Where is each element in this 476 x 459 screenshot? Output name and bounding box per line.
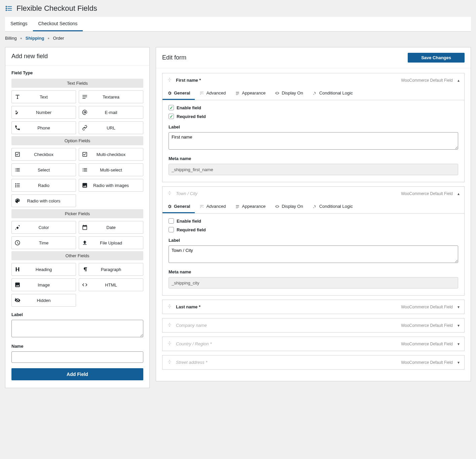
field-type-multi-select[interactable]: Multi-select	[79, 163, 143, 176]
field-row-header[interactable]: First name * WooCommerce Default Field ▴	[162, 73, 464, 87]
field-type-color[interactable]: Color	[11, 221, 76, 234]
field-tab-display-on[interactable]: Display On	[270, 200, 308, 213]
date-icon	[79, 224, 90, 230]
expand-toggle-icon[interactable]: ▴	[457, 191, 460, 196]
field-type-multi-checkbox[interactable]: Multi-checkbox	[79, 148, 143, 161]
label-input[interactable]: Town / City	[169, 245, 458, 263]
field-type-label: Heading	[23, 267, 76, 272]
name-input[interactable]	[11, 351, 143, 363]
field-type-number[interactable]: Number	[11, 106, 76, 119]
required-field-checkbox[interactable]	[169, 114, 174, 119]
svg-rect-5	[7, 10, 12, 11]
expand-toggle-icon[interactable]: ▴	[457, 78, 460, 83]
enable-field-checkbox[interactable]	[169, 218, 174, 224]
field-tab-label: Advanced	[206, 90, 226, 95]
default-field-tag: WooCommerce Default Field	[401, 191, 453, 196]
field-tab-appearance[interactable]: Appearance	[230, 200, 270, 213]
enable-field-checkbox[interactable]	[169, 105, 174, 110]
subtab-shipping[interactable]: Shipping	[26, 36, 44, 41]
field-row-header[interactable]: Country / Region * WooCommerce Default F…	[162, 337, 464, 351]
field-type-html[interactable]: HTML	[79, 278, 143, 291]
field-tab-conditional-logic[interactable]: Conditional Logic	[308, 200, 358, 213]
field-tab-label: General	[174, 90, 190, 95]
enable-field-label: Enable field	[177, 105, 201, 110]
field-type-paragraph[interactable]: Paragraph	[79, 263, 143, 276]
page-header: Flexible Checkout Fields	[0, 0, 476, 17]
required-field-checkbox[interactable]	[169, 227, 174, 232]
field-tab-general[interactable]: General	[162, 200, 195, 213]
subtab-billing[interactable]: Billing	[5, 36, 17, 41]
field-type-e-mail[interactable]: E-mail	[79, 106, 143, 119]
field-type-textarea[interactable]: Textarea	[79, 90, 143, 103]
field-tab-label: Conditional Logic	[319, 204, 353, 209]
field-row-header[interactable]: Company name WooCommerce Default Field ▾	[162, 318, 464, 332]
tab-settings[interactable]: Settings	[5, 17, 33, 31]
field-tab-advanced[interactable]: Advanced	[195, 87, 230, 100]
phone-icon	[12, 125, 23, 131]
expand-toggle-icon[interactable]: ▾	[457, 323, 460, 328]
field-type-file-upload[interactable]: File Upload	[79, 236, 143, 249]
field-type-select[interactable]: Select	[11, 163, 76, 176]
field-tab-display-on[interactable]: Display On	[270, 87, 308, 100]
label-input[interactable]: First name	[169, 132, 458, 150]
field-type-checkbox[interactable]: Checkbox	[11, 148, 76, 161]
field-type-text[interactable]: Text	[11, 90, 76, 103]
drag-handle-icon[interactable]	[167, 341, 172, 347]
save-changes-button[interactable]: Save Changes	[408, 53, 465, 63]
field-type-url[interactable]: URL	[79, 121, 143, 134]
paragraph-icon	[79, 266, 90, 272]
meta-name-label: Meta name	[169, 269, 458, 274]
name-field-label: Name	[11, 344, 143, 349]
drag-handle-icon[interactable]	[167, 322, 172, 328]
drag-handle-icon[interactable]	[167, 304, 172, 310]
field-tab-advanced[interactable]: Advanced	[195, 200, 230, 213]
field-type-label: E-mail	[90, 110, 143, 115]
drag-handle-icon[interactable]	[167, 359, 172, 365]
svg-rect-2	[6, 8, 7, 9]
expand-toggle-icon[interactable]: ▾	[457, 342, 460, 346]
field-tab-label: Appearance	[242, 90, 265, 95]
field-type-date[interactable]: Date	[79, 221, 143, 234]
tab-checkout-sections[interactable]: Checkout Sections	[33, 17, 83, 31]
field-type-label: Multi-checkbox	[90, 152, 143, 157]
field-type-label: Image	[23, 282, 76, 288]
field-type-radio[interactable]: Radio	[11, 179, 76, 192]
radiocol-icon	[12, 198, 23, 204]
field-tab-appearance[interactable]: Appearance	[230, 87, 270, 100]
drag-handle-icon[interactable]	[167, 191, 172, 196]
field-type-label: Select	[23, 167, 76, 173]
field-type-time[interactable]: Time	[11, 236, 76, 249]
field-type-phone[interactable]: Phone	[11, 121, 76, 134]
number-icon	[12, 109, 23, 115]
color-icon	[12, 224, 23, 230]
add-field-button[interactable]: Add Field	[11, 368, 143, 380]
radioimg-icon	[79, 182, 90, 188]
field-type-radio-with-colors[interactable]: Radio with colors	[11, 194, 76, 207]
expand-toggle-icon[interactable]: ▾	[457, 305, 460, 309]
expand-toggle-icon[interactable]: ▾	[457, 360, 460, 365]
field-tab-general[interactable]: General	[162, 87, 195, 100]
field-type-heading[interactable]: Heading	[11, 263, 76, 276]
subtab-order[interactable]: Order	[53, 36, 64, 41]
meta-name-input	[169, 164, 458, 175]
field-row-header[interactable]: Town / City WooCommerce Default Field ▴	[162, 187, 464, 200]
field-row: Town / City WooCommerce Default Field ▴ …	[162, 186, 465, 296]
field-row: First name * WooCommerce Default Field ▴…	[162, 73, 465, 182]
required-field-label: Required field	[177, 114, 206, 119]
add-new-field-panel: Add new field Field Type Text FieldsText…	[5, 47, 150, 388]
field-type-radio-with-images[interactable]: Radio with images	[79, 179, 143, 192]
field-type-group-header: Picker Fields	[11, 209, 143, 218]
field-type-hidden[interactable]: Hidden	[11, 294, 76, 307]
separator-dot: ●	[47, 36, 49, 40]
label-label: Label	[169, 238, 458, 243]
label-input[interactable]	[11, 320, 143, 337]
drag-handle-icon[interactable]	[167, 77, 172, 83]
field-type-image[interactable]: Image	[11, 278, 76, 291]
panel-title: Edit form	[162, 54, 186, 61]
default-field-tag: WooCommerce Default Field	[401, 78, 453, 83]
field-tab-conditional-logic[interactable]: Conditional Logic	[308, 87, 358, 100]
field-row-header[interactable]: Last name * WooCommerce Default Field ▾	[162, 300, 464, 314]
field-type-label: Paragraph	[90, 267, 143, 272]
field-type-label: Radio	[23, 183, 76, 188]
field-row-header[interactable]: Street address * WooCommerce Default Fie…	[162, 355, 464, 369]
